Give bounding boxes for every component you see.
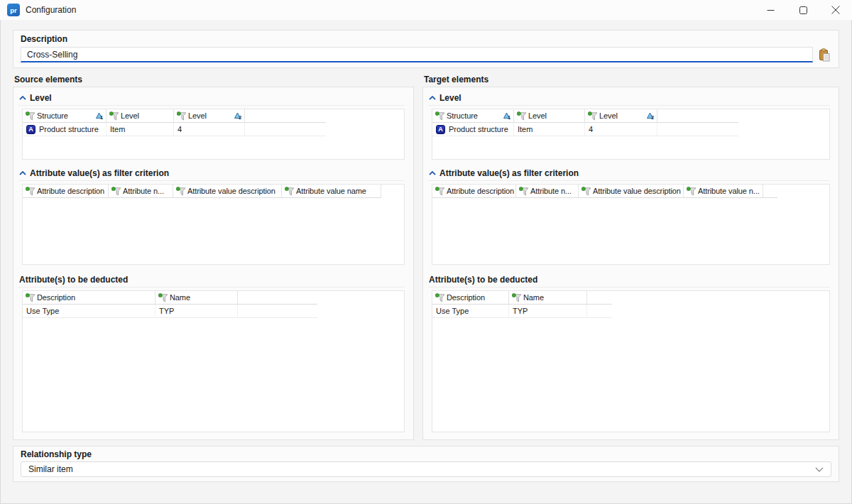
table-row[interactable]: AProduct structureItem4 [23,123,404,136]
svg-text:2: 2 [239,115,241,120]
filter-icon [26,187,35,196]
target-elements-panel: LevelStructure1LevelLevel2AProduct struc… [422,87,839,440]
table-cell: Use Type [23,305,155,318]
description-label: Description [21,34,831,44]
grid-level: Structure1LevelLevel2AProduct structureI… [22,109,405,160]
description-input[interactable]: Cross-Selling [21,47,813,62]
app-icon: pr [7,4,20,16]
relationship-type-label: Relationship type [21,449,831,459]
structure-type-icon: A [436,125,445,134]
section-header-attribute-s-to-be-deducted: Attribute(s) to be deducted [428,272,830,287]
column-header[interactable]: Structure1 [23,109,106,123]
svg-text:1: 1 [508,115,510,120]
section-level: LevelStructure1LevelLevel2AProduct struc… [428,90,830,160]
description-panel: Description Cross-Selling [13,30,839,68]
column-header-empty [763,185,777,198]
column-header[interactable]: Attribute n... [516,185,579,198]
column-header[interactable]: Attribute value name [282,185,381,198]
column-header[interactable]: Level [106,109,174,123]
column-header[interactable]: Description [23,291,155,305]
section-label: Attribute value(s) as filter criterion [439,168,579,178]
source-elements-label: Source elements [13,75,414,84]
section-header-level[interactable]: Level [428,90,830,106]
minimize-button[interactable] [754,0,787,20]
table-cell: Use Type [432,305,509,318]
table-cell: AProduct structure [432,123,514,136]
sort-ascending-icon: 2 [647,112,655,120]
close-button[interactable] [819,0,852,20]
grid-header: Structure1LevelLevel2 [23,109,404,123]
table-cell: 4 [174,123,245,136]
table-cell-empty [587,305,612,318]
relationship-type-value: Similar item [28,464,73,474]
structure-type-icon: A [26,125,36,134]
section-header-attribute-value-s-as-filter-criterion[interactable]: Attribute value(s) as filter criterion [18,165,405,181]
column-header[interactable]: Level2 [174,109,245,123]
grid-level: Structure1LevelLevel2AProduct structureI… [432,109,830,160]
section-header-attribute-s-to-be-deducted: Attribute(s) to be deducted [18,272,405,287]
table-cell: AProduct structure [23,123,106,136]
grid-attribute-s-to-be-deducted: DescriptionNameUse TypeTYP [22,290,405,432]
section-header-attribute-value-s-as-filter-criterion[interactable]: Attribute value(s) as filter criterion [428,165,830,181]
column-header[interactable]: Attribute description [432,185,516,198]
table-cell: TYP [509,305,587,318]
table-cell-empty [245,123,326,136]
collapse-icon [19,96,26,100]
table-cell-empty [657,123,738,136]
filter-icon [26,111,35,121]
filter-icon [519,187,528,196]
column-header[interactable]: Attribute value description [579,185,684,198]
column-header-empty [657,109,738,123]
maximize-button[interactable] [787,0,819,20]
grid-attribute-value-s-as-filter-criterion: Attribute descriptionAttribute n...Attri… [432,184,830,265]
table-row[interactable]: Use TypeTYP [432,305,829,318]
filter-icon [588,111,597,121]
table-cell-empty [238,305,317,318]
column-header[interactable]: Description [432,291,509,305]
target-elements-label: Target elements [422,75,839,84]
column-header[interactable]: Attribute n... [109,185,173,198]
window-controls [754,0,852,20]
column-header[interactable]: Name [509,291,587,305]
sort-ascending-icon: 1 [503,112,511,120]
collapse-icon [429,171,436,175]
section-header-level[interactable]: Level [18,90,405,106]
chevron-down-icon [815,467,824,472]
column-header[interactable]: Attribute value n... [684,185,763,198]
section-attribute-s-to-be-deducted: Attribute(s) to be deductedDescriptionNa… [18,272,405,432]
column-header-empty [238,291,317,305]
table-cell: TYP [155,305,238,318]
table-row[interactable]: Use TypeTYP [23,305,404,318]
column-header[interactable]: Level2 [585,109,657,123]
filter-icon [435,187,444,196]
column-header-empty [587,291,612,305]
column-header[interactable]: Structure1 [432,109,514,123]
filter-icon [158,293,168,302]
sort-ascending-icon: 1 [96,112,104,120]
table-cell: 4 [585,123,657,136]
relationship-type-select[interactable]: Similar item [21,461,831,477]
column-header[interactable]: Attribute description [23,185,109,198]
sort-ascending-icon: 2 [234,112,242,120]
grid-attribute-s-to-be-deducted: DescriptionNameUse TypeTYP [432,290,830,432]
grid-header: Structure1LevelLevel2 [432,109,829,123]
section-attribute-value-s-as-filter-criterion: Attribute value(s) as filter criterionAt… [428,165,830,265]
grid-header: Attribute descriptionAttribute n...Attri… [23,185,404,198]
filter-icon [26,293,35,302]
column-header[interactable]: Attribute value description [173,185,282,198]
paste-button[interactable] [817,47,831,62]
table-cell: Item [106,123,174,136]
filter-icon [512,293,521,302]
filter-icon [285,187,294,196]
filter-icon [687,187,696,196]
column-header[interactable]: Name [155,291,238,305]
collapse-icon [19,171,26,175]
filter-icon [177,111,186,121]
svg-text:1: 1 [100,115,103,120]
table-row[interactable]: AProduct structureItem4 [432,123,829,136]
table-cell: Item [514,123,585,136]
column-header[interactable]: Level [514,109,585,123]
relationship-panel: Relationship type Similar item [13,446,839,482]
collapse-icon [429,96,436,100]
svg-text:2: 2 [651,115,654,120]
